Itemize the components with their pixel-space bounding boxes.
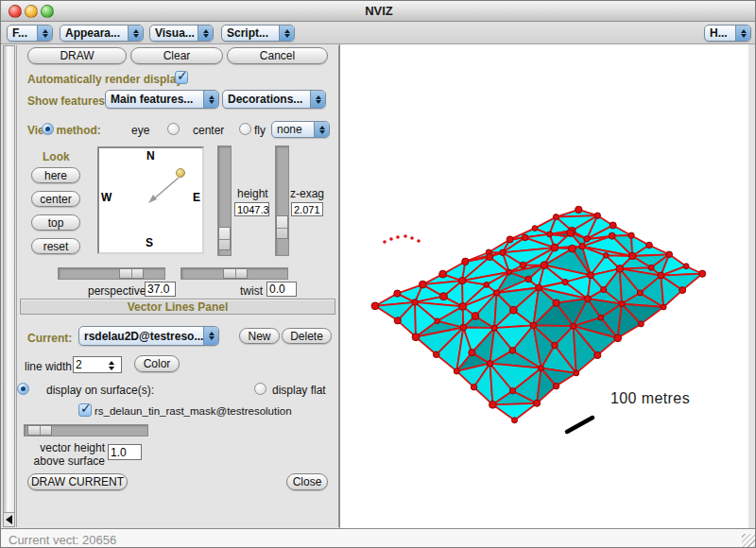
vector-height-input[interactable]: 1.0 [108,444,142,460]
mesh-node [579,244,585,249]
look-top-button[interactable]: top [31,214,80,231]
mesh-node [419,281,426,288]
window-title: NVIZ [1,4,756,18]
close-button[interactable]: Close [286,473,328,490]
mesh-node [562,279,568,284]
compass-eye-puck[interactable] [176,168,185,178]
auto-render-checkbox[interactable] [175,71,188,84]
current-vector-dropdown[interactable]: rsdelau2D@testreso... [78,326,219,346]
z-exag-input[interactable]: 2.071 [291,202,323,216]
mesh-node [487,361,492,367]
mesh-node [567,230,575,237]
mesh-node [490,401,497,408]
draw-current-button[interactable]: DRAW CURRENT [27,473,128,490]
help-menu[interactable]: H... [704,25,751,42]
twist-input[interactable]: 0.0 [266,282,297,297]
spinner-arrows-icon[interactable] [109,361,114,370]
mesh-node [658,272,664,279]
mesh-node [512,418,518,423]
mesh-node [616,265,624,273]
resize-grip-icon[interactable] [742,534,755,547]
mesh-node [679,287,686,294]
twist-slider-handle[interactable] [223,268,248,279]
mesh-node [584,236,590,242]
fly-label: fly [254,124,266,137]
look-center-button[interactable]: center [31,191,80,207]
mesh-node [551,244,558,251]
look-reset-button[interactable]: reset [31,238,80,254]
visualize-menu[interactable]: Visua... [149,25,214,42]
mesh-node [439,293,447,300]
view-method-center-radio[interactable] [167,123,180,135]
nviz-window: NVIZ F... Appeara... Visua... Script... … [0,0,756,548]
render-canvas[interactable]: 100 metres [339,44,748,528]
fly-mode-dropdown[interactable]: none [271,121,330,138]
tin-mesh-svg [340,44,749,528]
scripting-menu-label: Script... [222,26,279,41]
perspective-label: perspective [88,284,146,298]
line-width-spinner[interactable]: 2 [73,356,122,373]
z-exag-slider-handle[interactable] [276,215,288,239]
clear-button[interactable]: Clear [130,47,223,64]
popup-arrows-icon [279,26,294,41]
color-button[interactable]: Color [134,355,180,372]
perspective-input[interactable]: 37.0 [145,282,176,297]
perspective-slider-handle[interactable] [119,268,144,279]
look-here-button[interactable]: here [31,167,80,183]
vector-height-slider-handle[interactable] [27,425,52,436]
vector-height-slider[interactable] [24,424,148,437]
mesh-node [394,317,401,324]
mesh-node [458,277,465,283]
mesh-node [614,334,622,342]
main-features-dropdown-label: Main features... [106,91,203,108]
mesh-node [472,313,479,320]
panel-scrollbar[interactable] [3,45,15,527]
mesh-node [484,283,490,288]
perspective-slider[interactable] [58,267,165,280]
display-on-surfaces-radio[interactable] [17,383,29,395]
display-flat-label: display flat [272,384,326,397]
view-direction-compass[interactable]: N S W E [97,146,204,254]
file-menu[interactable]: F... [7,25,53,42]
surface-checkbox-label: rs_delaun_tin_rast_mask@testresolution [94,405,292,417]
mesh-node [628,232,634,238]
z-exag-slider[interactable] [275,146,289,256]
display-flat-radio[interactable] [254,383,266,395]
mesh-node [594,213,600,218]
line-width-label: line width [25,360,72,373]
mesh-node [646,242,653,248]
mesh-node [588,272,594,279]
mesh-node [412,334,420,341]
mesh-node [619,301,625,307]
view-method-fly-radio[interactable] [239,123,251,135]
vector-lines-panel-title: Vector Lines Panel [128,300,229,314]
view-method-eye-radio[interactable] [42,123,54,135]
scrollbar-arrow-button[interactable] [4,512,14,526]
mesh-node [539,366,544,371]
mesh-node [699,270,706,277]
mesh-node [603,253,609,259]
popup-arrows-icon [37,26,52,41]
mesh-node [459,303,467,311]
appearance-menu[interactable]: Appeara... [60,25,144,42]
main-features-dropdown[interactable]: Main features... [105,90,219,109]
decorations-dropdown[interactable]: Decorations... [222,90,326,109]
draw-button[interactable]: DRAW [27,47,127,64]
twist-slider[interactable] [180,267,288,280]
popup-arrows-icon [735,26,750,41]
mesh-node [435,318,440,324]
mesh-node [666,251,673,258]
height-label: height [237,187,268,200]
height-slider-handle[interactable] [218,227,231,250]
cancel-button[interactable]: Cancel [227,47,328,64]
auto-render-label: Automatically render display: [27,73,186,86]
new-button[interactable]: New [239,328,280,344]
height-input[interactable]: 1047.3 [234,202,269,216]
titlebar: NVIZ [1,1,756,22]
height-slider[interactable] [217,146,232,256]
mesh-node [412,300,418,305]
scripting-menu[interactable]: Script... [221,25,295,42]
mesh-node [433,351,439,358]
surface-checkbox[interactable] [78,403,92,417]
delete-button[interactable]: Delete [282,328,332,344]
